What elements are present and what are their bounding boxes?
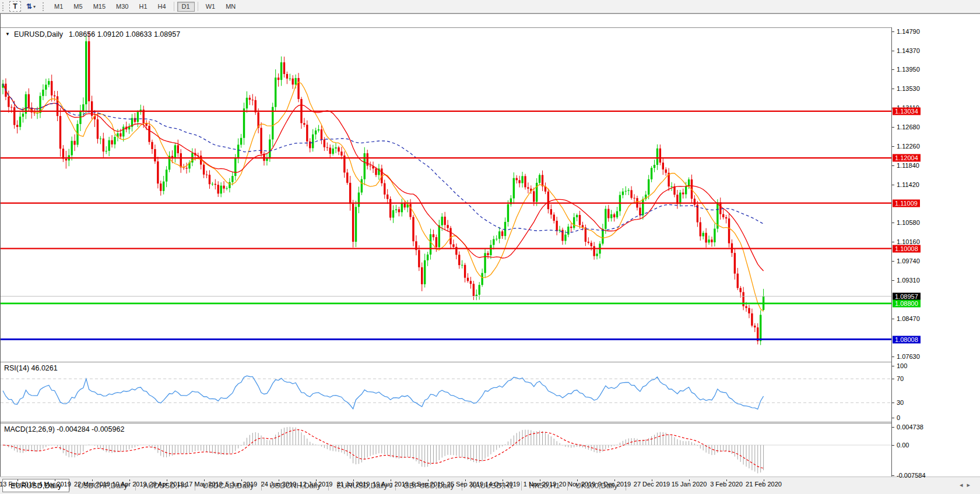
- date-axis-label: 17 May 2019: [185, 481, 223, 488]
- date-axis-label: 12 Jul 2019: [300, 481, 333, 488]
- macd-tick-mark: [892, 427, 894, 428]
- price-line-label: 1.10008: [893, 245, 921, 252]
- text-tool-button[interactable]: T: [9, 1, 21, 12]
- price-tick-mark: [892, 357, 894, 357]
- price-tick-label: 1.13530: [897, 85, 920, 92]
- date-axis-label: 25 Sep 2019: [447, 481, 483, 488]
- symbol-dropdown-triangle-icon[interactable]: ▼: [5, 31, 10, 37]
- price-tick-mark: [892, 319, 894, 319]
- timeframe-button-m15[interactable]: M15: [89, 2, 110, 12]
- macd-scale-label: 0.004738: [897, 424, 923, 431]
- price-tick-label: 1.11420: [897, 181, 919, 188]
- toolbar-separator: [174, 2, 174, 11]
- timeframe-button-h4[interactable]: H4: [153, 2, 171, 12]
- date-axis-label: 19 Aug 2019: [373, 481, 409, 488]
- top-toolbar: T ⇅ ▾ M1M5M15M30H1H4D1W1MN: [0, 0, 980, 13]
- date-axis-label: 21 Feb 2020: [746, 481, 782, 488]
- date-axis-label: 9 Dec 2019: [598, 481, 631, 488]
- chart-symbol-label: EURUSD,Daily: [14, 30, 63, 38]
- date-axis-label: 24 Jun 2019: [261, 481, 297, 488]
- date-axis-label: 31 Jul 2019: [337, 481, 370, 488]
- price-tick-label: 1.12680: [897, 123, 920, 130]
- rsi-tick-mark: [892, 403, 894, 403]
- timeframe-button-h1[interactable]: H1: [134, 2, 152, 12]
- date-axis-label: 6 Sep 2019: [412, 481, 444, 488]
- timeframe-button-group: M1M5M15M30H1H4D1W1MN: [49, 2, 241, 12]
- price-tick-mark: [892, 242, 894, 242]
- date-axis-label: 10 Apr 2019: [112, 481, 146, 488]
- up-down-arrows-icon: ⇅: [26, 2, 32, 10]
- chart-window: ▼EURUSD,Daily1.08656 1.09120 1.08633 1.0…: [0, 13, 980, 477]
- timeframe-button-d1[interactable]: D1: [177, 2, 195, 12]
- macd-tick-mark: [892, 475, 894, 476]
- price-line-label: 1.08800: [893, 299, 921, 307]
- timeframe-button-m30[interactable]: M30: [111, 2, 133, 12]
- toolbar-grip-icon[interactable]: [2, 2, 5, 11]
- date-axis-label: 27 Dec 2019: [634, 481, 670, 488]
- chart-ohlc-values: 1.08656 1.09120 1.08633 1.08957: [69, 30, 180, 38]
- price-line-label: 1.08957: [893, 292, 921, 300]
- date-axis-label: 20 Nov 2019: [559, 481, 595, 488]
- price-tick-mark: [892, 185, 894, 185]
- price-tick-label: 1.10160: [897, 238, 920, 245]
- date-axis-label: 15 Jan 2020: [672, 481, 707, 488]
- price-tick-label: 1.09740: [897, 257, 920, 264]
- price-line-label: 1.08008: [893, 336, 921, 343]
- price-tick-mark: [892, 31, 894, 32]
- macd-tick-mark: [892, 445, 894, 446]
- price-tick-label: 1.12260: [897, 143, 920, 150]
- timeframe-button-w1[interactable]: W1: [201, 2, 220, 12]
- date-axis-label: 14 Oct 2019: [485, 481, 520, 488]
- date-axis-label: 5 Jun 2019: [226, 481, 257, 488]
- tab-scroll-arrows: ◂▸: [960, 481, 974, 489]
- mt4-application-window: T ⇅ ▾ M1M5M15M30H1H4D1W1MN ▼EURUSD,Daily…: [0, 0, 980, 494]
- price-line-label: 1.12004: [893, 154, 921, 162]
- price-tick-mark: [892, 89, 894, 89]
- rsi-tick-mark: [892, 366, 894, 366]
- price-tick-mark: [892, 69, 894, 70]
- date-axis-label: 13 Feb 2019: [0, 481, 36, 488]
- rsi-tick-mark: [892, 379, 894, 379]
- date-axis-label: 4 Mar 2019: [38, 481, 71, 488]
- price-line-label: 1.11009: [893, 199, 920, 207]
- macd-scale-label: 0.00: [897, 442, 909, 449]
- chart-title: ▼EURUSD,Daily1.08656 1.09120 1.08633 1.0…: [5, 30, 180, 38]
- price-tick-label: 1.11840: [897, 162, 919, 169]
- rsi-tick-mark: [892, 418, 894, 418]
- rsi-scale-label: 70: [897, 375, 904, 382]
- dropdown-caret-icon: ▾: [33, 4, 36, 9]
- macd-scale-label: -0.007584: [897, 472, 926, 479]
- price-tick-label: 1.10580: [897, 219, 920, 226]
- macd-indicator-label: MACD(12,26,9) -0.004284 -0.005962: [4, 425, 124, 433]
- price-chart-canvas[interactable]: [1, 27, 892, 491]
- price-tick-mark: [892, 261, 894, 262]
- price-tick-label: 1.08470: [897, 315, 920, 322]
- toolbar-separator: [198, 2, 198, 11]
- date-axis-label: 3 Feb 2020: [710, 481, 743, 488]
- timeframe-button-m1[interactable]: M1: [50, 2, 68, 12]
- rsi-scale-label: 100: [897, 362, 907, 369]
- price-tick-label: 1.07630: [897, 353, 920, 360]
- date-axis-label: 22 Mar 2019: [74, 481, 110, 488]
- date-axis-label: 29 Apr 2019: [149, 481, 184, 488]
- updown-arrows-button[interactable]: ⇅ ▾: [22, 1, 40, 12]
- price-tick-mark: [892, 280, 894, 281]
- timeframe-button-mn[interactable]: MN: [221, 2, 240, 12]
- price-tick-label: 1.14370: [897, 47, 920, 54]
- price-tick-mark: [892, 51, 894, 51]
- price-line-label: 1.13034: [893, 107, 921, 115]
- price-tick-label: 1.09310: [897, 277, 920, 284]
- rsi-indicator-label: RSI(14) 46.0261: [4, 364, 58, 372]
- toolbar-grip-icon[interactable]: [43, 2, 45, 11]
- price-tick-label: 1.14790: [897, 28, 920, 35]
- price-tick-label: 1.13950: [897, 66, 920, 73]
- date-axis-label: 1 Nov 2019: [524, 481, 556, 488]
- price-tick-mark: [892, 223, 894, 223]
- price-tick-mark: [892, 146, 894, 147]
- price-tick-mark: [892, 127, 894, 128]
- timeframe-button-m5[interactable]: M5: [69, 2, 87, 12]
- tab-scroll-left-icon[interactable]: ◂: [960, 481, 967, 488]
- tab-scroll-right-icon[interactable]: ▸: [967, 481, 974, 488]
- rsi-scale-label: 0: [897, 414, 900, 421]
- price-tick-mark: [892, 165, 894, 166]
